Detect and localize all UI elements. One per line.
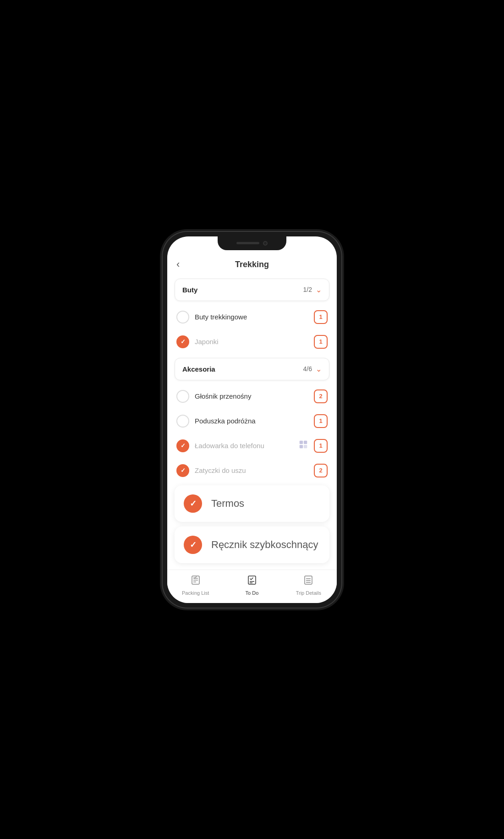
category-header-buty[interactable]: Buty 1/2 ⌄ (175, 279, 329, 301)
item-name-japonki: Japonki (195, 338, 308, 345)
nav-item-to-do[interactable]: To Do (224, 575, 280, 596)
checkbox-japonki[interactable] (176, 335, 189, 348)
item-name-buty-trekkingowe: Buty trekkingowe (195, 313, 308, 321)
checkbox-glosnik[interactable] (176, 390, 189, 403)
floating-section: Termos Ręcznik szybkoschnący (167, 485, 337, 570)
category-name-akcesoria: Akcesoria (182, 365, 215, 373)
float-checkbox-recznik[interactable] (184, 536, 202, 554)
floating-card-termos[interactable]: Termos (175, 485, 329, 522)
category-count-buty: 1/2 (303, 286, 312, 293)
item-name-ladowarka: Ładowarka do telefonu (195, 442, 293, 450)
speaker (236, 242, 259, 244)
nav-label-to-do: To Do (246, 590, 259, 596)
camera (263, 241, 268, 246)
list-area: Buty 1/2 ⌄ Buty trekkingowe 1 Japonki 1 (167, 274, 337, 485)
qty-buty-trekkingowe: 1 (314, 310, 328, 324)
category-count-akcesoria: 4/6 (303, 365, 312, 373)
floating-card-recznik[interactable]: Ręcznik szybkoschnący (175, 526, 329, 563)
checkbox-ladowarka[interactable] (176, 439, 189, 452)
qty-glosnik: 2 (314, 389, 328, 403)
phone-screen: ‹ Trekking Buty 1/2 ⌄ Buty trekkingowe (167, 236, 337, 603)
item-name-poduszka: Poduszka podróżna (195, 417, 308, 425)
qty-japonki: 1 (314, 335, 328, 349)
category-right-buty: 1/2 ⌄ (303, 285, 322, 294)
header: ‹ Trekking (167, 252, 337, 274)
nav-item-trip-details[interactable]: Trip Details (280, 575, 337, 596)
list-item-zatyczki[interactable]: Zatyczki do uszu 2 (175, 458, 329, 483)
item-name-zatyczki: Zatyczki do uszu (195, 466, 308, 474)
packing-list-icon (190, 575, 201, 588)
qty-zatyczki: 2 (314, 464, 328, 477)
svg-rect-1 (304, 441, 307, 444)
item-name-glosnik: Głośnik przenośny (195, 392, 308, 400)
list-item-poduszka[interactable]: Poduszka podróżna 1 (175, 409, 329, 433)
nav-item-packing-list[interactable]: Packing List (167, 575, 224, 596)
phone-frame: ‹ Trekking Buty 1/2 ⌄ Buty trekkingowe (163, 232, 341, 608)
nav-label-trip-details: Trip Details (296, 590, 321, 596)
checkbox-zatyczki[interactable] (176, 464, 189, 477)
svg-rect-3 (304, 445, 307, 448)
list-item-japonki[interactable]: Japonki 1 (175, 329, 329, 354)
float-checkbox-termos[interactable] (184, 494, 202, 513)
float-item-name-recznik: Ręcznik szybkoschnący (211, 539, 318, 551)
category-header-akcesoria[interactable]: Akcesoria 4/6 ⌄ (175, 358, 329, 380)
bottom-nav: Packing List To Do (167, 570, 337, 603)
app-content: ‹ Trekking Buty 1/2 ⌄ Buty trekkingowe (167, 236, 337, 603)
list-item-glosnik[interactable]: Głośnik przenośny 2 (175, 384, 329, 409)
qty-ladowarka: 1 (314, 439, 328, 453)
nav-label-packing-list: Packing List (182, 590, 209, 596)
list-item-buty-trekkingowe[interactable]: Buty trekkingowe 1 (175, 305, 329, 329)
category-name-buty: Buty (182, 286, 197, 294)
trip-details-icon (303, 575, 314, 588)
qty-poduszka: 1 (314, 414, 328, 428)
checkbox-poduszka[interactable] (176, 415, 189, 428)
chevron-down-icon-buty: ⌄ (316, 285, 322, 294)
page-title: Trekking (235, 260, 269, 269)
checkbox-buty-trekkingowe[interactable] (176, 311, 189, 324)
notch (218, 236, 286, 250)
chevron-down-icon-akcesoria: ⌄ (316, 365, 322, 373)
float-item-name-termos: Termos (211, 498, 244, 510)
todo-icon (247, 575, 257, 588)
back-button[interactable]: ‹ (176, 258, 180, 270)
category-right-akcesoria: 4/6 ⌄ (303, 365, 322, 373)
svg-rect-0 (300, 441, 303, 444)
svg-rect-15 (305, 576, 312, 584)
comment-icon-ladowarka (298, 439, 308, 452)
list-item-ladowarka[interactable]: Ładowarka do telefonu 1 (175, 433, 329, 458)
svg-rect-2 (300, 445, 303, 448)
